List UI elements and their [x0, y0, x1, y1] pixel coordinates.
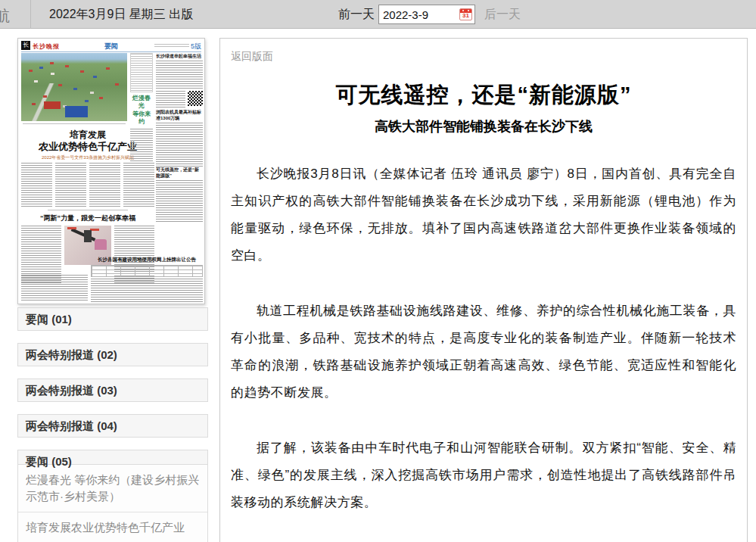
- text-column: [130, 129, 153, 171]
- calendar-icon[interactable]: 31: [459, 8, 472, 20]
- article-body: 长沙晚报3月8日讯（全媒体记者 伍玲 通讯员 廖宁）8日，国内首创、具有完全自主…: [231, 160, 736, 542]
- sidebar-section-03[interactable]: 两会特别报道 (03): [17, 378, 208, 402]
- page: 航 2022年3月9日 星期三 出版 前一天 31 后一天 长 长沙晚报 要闻 …: [0, 0, 756, 542]
- text-block: [156, 180, 203, 223]
- calendar-icon-day: 31: [460, 12, 471, 20]
- boxed-item: [130, 53, 153, 92]
- back-to-page-link[interactable]: 返回版面: [231, 50, 273, 64]
- page-thumbnail[interactable]: 长 长沙晚报 要闻 5版 培育发展 农业优势特色千亿产业 2022年省委一号文件…: [17, 38, 205, 304]
- photo-caption: [23, 123, 126, 126]
- qr-code: [188, 91, 203, 106]
- thumbnail-page-label: 5版: [191, 42, 201, 51]
- kicker-line: [48, 210, 128, 212]
- date-input[interactable]: [383, 8, 459, 21]
- text-block: [156, 91, 185, 107]
- right-column-headline-top: 长沙绿道串起幸福生活: [156, 53, 203, 59]
- photo-roof-red: [44, 101, 61, 109]
- article-list-item[interactable]: 烂漫春光 等你来约（建设乡村振兴示范市·乡村美景）: [18, 465, 207, 512]
- green-headline-line1: 烂漫春光: [130, 95, 153, 111]
- article-paragraph-2: 轨道工程机械是铁路基础设施线路建设、维修、养护的综合性机械化施工装备，具有小批量…: [231, 297, 736, 406]
- text-column: [21, 163, 52, 207]
- right-column-headline-mid: 浏阳农机具最高补贴标准1300万辆: [156, 109, 203, 121]
- right-column-headline-bottom: 可无线遥控，还是“新能源版”: [156, 167, 203, 179]
- date-input-wrap[interactable]: 31: [378, 5, 475, 24]
- green-headline: 烂漫春光 等你来约: [130, 95, 153, 126]
- article-paragraph-3: 据了解，该装备由中车时代电子和山河智能联合研制。双方紧扣“智能、安全、精准、绿色…: [231, 435, 736, 516]
- thumbnail-masthead-meta: [154, 44, 189, 48]
- article-list: 烂漫春光 等你来约（建设乡村振兴示范市·乡村美景） 培育发展农业优势特色千亿产业: [17, 464, 208, 542]
- text-block: [156, 123, 203, 167]
- notice-table: [91, 265, 203, 277]
- thumbnail-middle-column: 烂漫春光 等你来约: [130, 53, 153, 160]
- article-list-item[interactable]: 培育发展农业优势特色千亿产业: [18, 512, 207, 542]
- photo-roofs: [21, 53, 25, 55]
- article-paragraph-1: 长沙晚报3月8日讯（全媒体记者 伍玲 通讯员 廖宁）8日，国内首创、具有完全自主…: [231, 160, 736, 269]
- sidebar-section-01[interactable]: 要闻 (01): [17, 307, 208, 331]
- nav-partial-text: 航: [0, 6, 10, 26]
- thumbnail-second-headline: “两新”力量，跟党一起创享幸福: [21, 213, 154, 223]
- sidebar-section-02[interactable]: 两会特别报道 (02): [17, 343, 208, 366]
- notice-title: 长沙县国有建设用地使用权网上挂牌出让公告: [91, 257, 203, 263]
- article-subtitle: 高铁大部件智能铺换装备在长沙下线: [231, 117, 736, 136]
- green-headline-line2: 等你来约: [130, 111, 153, 126]
- thumbnail-masthead: 长 长沙晚报 要闻 5版: [21, 40, 201, 51]
- article-title: 可无线遥控，还是“新能源版”: [231, 80, 736, 111]
- sidebar-section-04[interactable]: 两会特别报道 (04): [17, 414, 208, 438]
- photo-person: [95, 239, 107, 250]
- prev-day-link[interactable]: 前一天: [338, 7, 375, 23]
- text-block: [21, 275, 88, 301]
- qr-row: [156, 91, 203, 107]
- topbar: 航 2022年3月9日 星期三 出版 前一天 31 后一天: [0, 0, 756, 29]
- text-column: [89, 163, 120, 207]
- aerial-village-photo: [21, 53, 127, 121]
- topbar-divider: [30, 0, 31, 29]
- sidebar: 长 长沙晚报 要闻 5版 培育发展 农业优势特色千亿产业 2022年省委一号文件…: [17, 38, 208, 542]
- text-block: [156, 61, 203, 89]
- photo-red-signs: [67, 227, 76, 229]
- photo-roof-blue: [65, 106, 88, 117]
- publish-date: 2022年3月9日 星期三 出版: [49, 7, 193, 23]
- thumbnail-notice: 长沙县国有建设用地使用权网上挂牌出让公告: [91, 257, 203, 304]
- article-panel: 返回版面 可无线遥控，还是“新能源版” 高铁大部件智能铺换装备在长沙下线 长沙晚…: [219, 38, 748, 542]
- next-day-link[interactable]: 后一天: [484, 7, 521, 23]
- text-column: [55, 163, 86, 207]
- text-block: [91, 279, 203, 304]
- masthead-rule: [21, 51, 201, 52]
